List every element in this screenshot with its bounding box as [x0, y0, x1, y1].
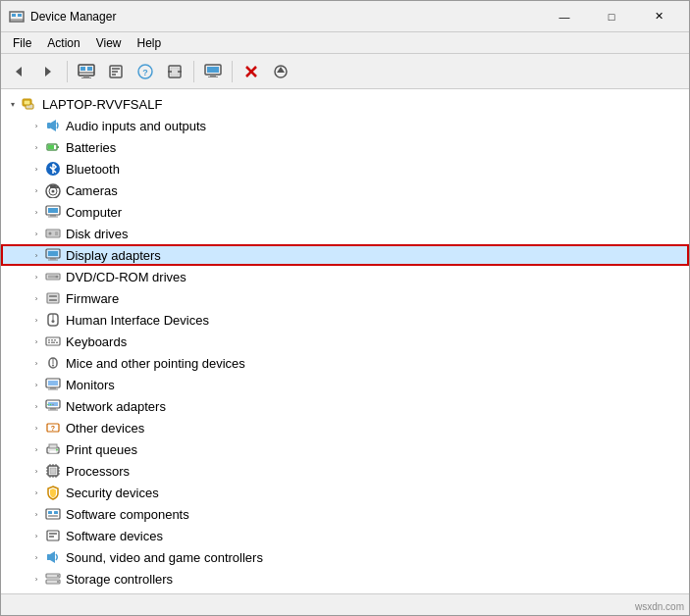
svg-point-41 — [52, 190, 55, 193]
status-bar — [1, 593, 689, 615]
svg-point-58 — [56, 276, 59, 279]
svg-rect-11 — [81, 77, 91, 78]
help-button[interactable]: ? — [132, 58, 159, 85]
svg-rect-68 — [54, 339, 56, 341]
cameras-label: Cameras — [66, 183, 118, 198]
tree-item-monitors[interactable]: › Monitors — [1, 374, 689, 395]
other-label: Other devices — [66, 421, 144, 436]
svg-rect-2 — [18, 14, 22, 17]
mice-arrow: › — [28, 359, 44, 368]
svg-rect-19 — [171, 68, 179, 76]
svg-rect-45 — [48, 208, 58, 213]
svg-rect-93 — [50, 468, 56, 474]
watermark: wsxdn.com — [635, 601, 684, 612]
forward-button[interactable] — [34, 58, 62, 85]
scan-hardware-button[interactable] — [161, 58, 188, 85]
menu-action[interactable]: Action — [39, 34, 87, 52]
display-arrow: › — [28, 251, 44, 260]
svg-rect-71 — [56, 342, 58, 344]
hid-label: Human Interface Devices — [66, 313, 209, 328]
bluetooth-icon — [44, 160, 62, 178]
tree-root[interactable]: ▾ LAPTOP-RVVFSALF — [1, 93, 689, 115]
tree-item-hid[interactable]: › Human Interface Devices — [1, 309, 689, 331]
security-icon — [44, 484, 62, 501]
monitor-button[interactable] — [199, 58, 227, 85]
tree-item-batteries[interactable]: › Batteries — [1, 136, 689, 158]
tree-item-softcomp[interactable]: › Software components — [1, 503, 689, 525]
svg-rect-24 — [210, 75, 216, 77]
dvd-arrow: › — [28, 273, 44, 282]
tree-item-processors[interactable]: › Proces — [1, 460, 689, 482]
tree-item-computer[interactable]: › Computer — [1, 201, 689, 223]
svg-rect-43 — [56, 186, 59, 188]
root-label: LAPTOP-RVVFSALF — [42, 97, 162, 112]
tree-item-network[interactable]: › Network adapters — [1, 395, 689, 417]
svg-point-118 — [57, 581, 59, 583]
network-icon — [44, 397, 62, 415]
maximize-button[interactable]: □ — [589, 1, 634, 32]
sound-label: Sound, video and game controllers — [66, 550, 263, 565]
svg-rect-67 — [51, 339, 53, 341]
hid-icon — [44, 311, 62, 329]
window-title: Device Manager — [30, 10, 542, 24]
softcomp-arrow: › — [28, 510, 44, 519]
tree-item-softdev[interactable]: › Software devices — [1, 525, 689, 546]
svg-rect-37 — [48, 145, 54, 149]
keyboards-icon — [44, 333, 62, 350]
svg-rect-36 — [57, 146, 59, 148]
softdev-label: Software devices — [66, 529, 163, 543]
tree-item-display[interactable]: › Display adapters — [1, 244, 689, 266]
display-icon — [44, 246, 62, 264]
tree-item-bluetooth[interactable]: › Bluetooth — [1, 158, 689, 180]
tree-item-sound[interactable]: › Sound, video and game controllers — [1, 546, 689, 568]
update-driver-button[interactable] — [267, 58, 294, 85]
tree-item-audio[interactable]: › Audio inputs and outputs — [1, 115, 689, 136]
svg-point-84 — [50, 404, 52, 406]
bluetooth-arrow: › — [28, 165, 44, 174]
device-tree[interactable]: ▾ LAPTOP-RVVFSALF › Audio inputs and — [1, 89, 689, 593]
svg-rect-57 — [48, 276, 56, 279]
svg-rect-77 — [50, 387, 56, 389]
tree-item-print[interactable]: › Print queues — [1, 438, 689, 460]
back-button[interactable] — [5, 58, 32, 85]
tree-item-other[interactable]: › ? Other devices — [1, 417, 689, 438]
tree-item-cameras[interactable]: › Cameras — [1, 180, 689, 201]
svg-rect-42 — [50, 185, 56, 188]
computer-label: Computer — [66, 205, 122, 220]
toolbar-separator-2 — [193, 61, 194, 82]
svg-rect-33 — [47, 123, 51, 128]
svg-rect-25 — [208, 77, 218, 77]
properties-button[interactable] — [102, 58, 130, 85]
svg-rect-70 — [51, 342, 55, 344]
svg-rect-66 — [48, 339, 50, 341]
dvd-label: DVD/CD-ROM drives — [66, 270, 186, 284]
tree-item-disk[interactable]: › Disk drives — [1, 223, 689, 244]
tree-item-storage[interactable]: › Storage controllers — [1, 568, 689, 590]
firmware-arrow: › — [28, 294, 44, 303]
menu-file[interactable]: File — [5, 34, 39, 52]
menu-view[interactable]: View — [88, 34, 130, 52]
device-manager-icon-btn[interactable] — [73, 58, 100, 85]
svg-rect-53 — [48, 251, 58, 256]
network-label: Network adapters — [66, 399, 166, 414]
svg-rect-81 — [50, 408, 56, 410]
tree-item-security[interactable]: › Security devices — [1, 482, 689, 503]
audio-label: Audio inputs and outputs — [66, 119, 206, 133]
tree-item-keyboards[interactable]: › Keyboards — [1, 331, 689, 352]
computer-icon — [44, 203, 62, 221]
menu-help[interactable]: Help — [130, 34, 170, 52]
svg-point-117 — [57, 575, 59, 577]
firmware-label: Firmware — [66, 291, 119, 306]
tree-item-mice[interactable]: › Mice and other pointing devices — [1, 352, 689, 374]
minimize-button[interactable]: — — [542, 1, 587, 32]
processors-label: Processors — [66, 464, 130, 479]
tree-item-dvd[interactable]: › DVD/CD-ROM drives — [1, 266, 689, 287]
tree-item-firmware[interactable]: › Firmware — [1, 287, 689, 309]
storage-icon — [44, 570, 62, 588]
close-button[interactable]: ✕ — [636, 1, 681, 32]
print-arrow: › — [28, 445, 44, 454]
other-arrow: › — [28, 424, 44, 433]
uninstall-button[interactable] — [238, 58, 265, 85]
svg-rect-47 — [48, 217, 58, 218]
disk-label: Disk drives — [66, 227, 129, 241]
